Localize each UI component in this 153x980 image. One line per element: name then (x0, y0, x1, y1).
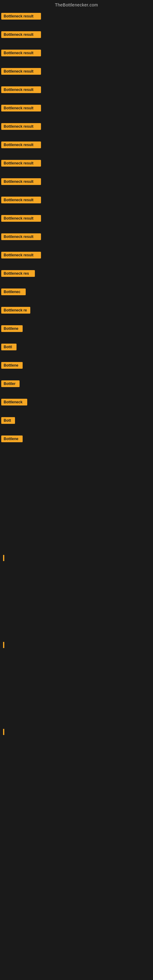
site-title: TheBottlenecker.com (0, 0, 153, 10)
bottleneck-row-10: Bottleneck result (0, 178, 153, 186)
bottom-item-3 (3, 729, 150, 736)
bottleneck-row-11: Bottleneck result (0, 197, 153, 205)
bottleneck-label-1[interactable]: Bottleneck result (1, 13, 41, 20)
bottleneck-label-11[interactable]: Bottleneck result (1, 197, 41, 204)
bottleneck-label-5[interactable]: Bottleneck result (1, 86, 41, 93)
bottleneck-label-19[interactable]: Bottl (1, 344, 16, 350)
bottleneck-row-12: Bottleneck result (0, 215, 153, 223)
bottleneck-label-18[interactable]: Bottlene (1, 325, 22, 332)
bottom-bar-3 (3, 729, 4, 735)
bottleneck-label-9[interactable]: Bottleneck result (1, 160, 41, 167)
bottleneck-label-13[interactable]: Bottleneck result (1, 233, 41, 240)
bottleneck-label-14[interactable]: Bottleneck result (1, 252, 41, 258)
bottleneck-row-19: Bottl (0, 344, 153, 352)
bottom-bar-2 (3, 642, 4, 648)
bottom-item-2 (3, 642, 150, 649)
bottleneck-items-container: Bottleneck result Bottleneck result Bott… (0, 10, 153, 448)
bottleneck-label-12[interactable]: Bottleneck result (1, 215, 41, 222)
bottleneck-row-23: Bott (0, 417, 153, 425)
bottleneck-row-14: Bottleneck result (0, 252, 153, 260)
bottom-bar-1 (3, 555, 4, 561)
bottleneck-row-15: Bottleneck res (0, 270, 153, 278)
bottleneck-row-6: Bottleneck result (0, 105, 153, 113)
bottom-item-1 (3, 555, 150, 562)
bottleneck-label-6[interactable]: Bottleneck result (1, 105, 41, 111)
bottom-section (0, 460, 153, 758)
bottleneck-row-7: Bottleneck result (0, 123, 153, 131)
bottleneck-row-5: Bottleneck result (0, 86, 153, 94)
bottleneck-label-17[interactable]: Bottleneck re (1, 307, 30, 313)
bottleneck-label-8[interactable]: Bottleneck result (1, 142, 41, 148)
bottleneck-row-8: Bottleneck result (0, 142, 153, 150)
bottleneck-row-16: Bottlenec (0, 288, 153, 296)
bottleneck-label-20[interactable]: Bottlene (1, 362, 22, 369)
bottleneck-label-21[interactable]: Bottler (1, 380, 19, 387)
bottleneck-label-10[interactable]: Bottleneck result (1, 178, 41, 185)
bottleneck-row-17: Bottleneck re (0, 307, 153, 315)
bottleneck-label-22[interactable]: Bottleneck (1, 399, 27, 406)
bottleneck-row-3: Bottleneck result (0, 49, 153, 57)
bottleneck-row-9: Bottleneck result (0, 160, 153, 168)
bottleneck-row-2: Bottleneck result (0, 31, 153, 39)
bottleneck-label-3[interactable]: Bottleneck result (1, 49, 41, 56)
bottleneck-label-4[interactable]: Bottleneck result (1, 68, 41, 75)
bottleneck-label-15[interactable]: Bottleneck res (1, 270, 35, 277)
bottleneck-row-1: Bottleneck result (0, 13, 153, 21)
bottleneck-row-4: Bottleneck result (0, 68, 153, 76)
bottleneck-label-16[interactable]: Bottlenec (1, 288, 26, 295)
bottleneck-row-13: Bottleneck result (0, 233, 153, 241)
bottleneck-label-2[interactable]: Bottleneck result (1, 31, 41, 38)
bottleneck-row-22: Bottleneck (0, 399, 153, 407)
bottleneck-row-20: Bottlene (0, 362, 153, 370)
bottleneck-row-24: Bottlene (0, 436, 153, 444)
bottleneck-label-24[interactable]: Bottlene (1, 436, 22, 442)
bottleneck-label-7[interactable]: Bottleneck result (1, 123, 41, 130)
bottleneck-row-21: Bottler (0, 380, 153, 388)
bottleneck-row-18: Bottlene (0, 325, 153, 333)
bottleneck-label-23[interactable]: Bott (1, 417, 15, 424)
